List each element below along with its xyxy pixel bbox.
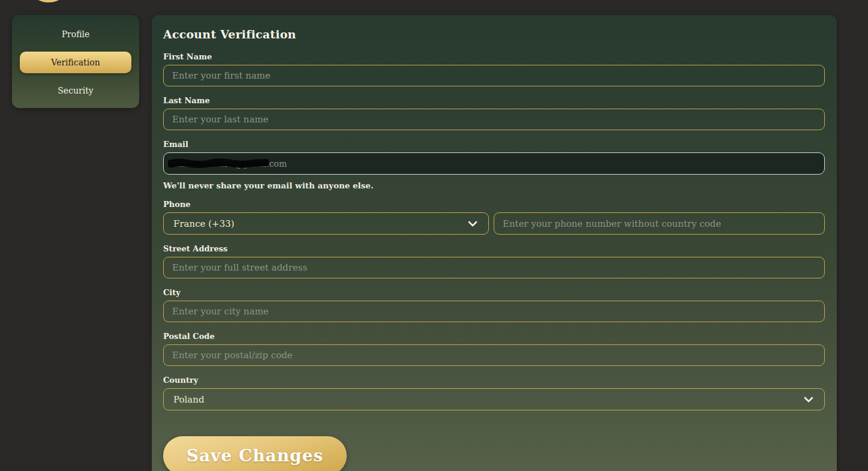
first-name-input[interactable] (163, 65, 825, 86)
email-input[interactable] (163, 152, 825, 175)
street-address-input[interactable] (163, 257, 825, 278)
chevron-down-icon (804, 397, 813, 403)
phone-number-input[interactable] (494, 212, 825, 235)
country-label: Country (163, 376, 825, 384)
sidebar-item-security[interactable]: Security (20, 80, 131, 101)
street-address-label: Street Address (163, 245, 825, 253)
account-verification-panel: Account Verification First Name Last Nam… (152, 15, 837, 471)
brand-logo-icon (31, 0, 66, 2)
city-input[interactable] (163, 301, 825, 322)
last-name-field-group: Last Name (163, 97, 825, 130)
phone-label: Phone (163, 200, 825, 208)
phone-country-code-select[interactable]: France (+33) (163, 212, 489, 235)
settings-sidebar: Profile Verification Security (12, 15, 139, 108)
postal-code-field-group: Postal Code (163, 332, 825, 366)
country-select[interactable]: Poland (163, 388, 825, 410)
country-field-group: Country Poland (163, 376, 825, 410)
phone-field-group: Phone France (+33) (163, 200, 825, 235)
city-label: City (163, 289, 825, 296)
phone-row: France (+33) (163, 212, 825, 235)
page-title: Account Verification (163, 29, 825, 40)
email-label: Email (163, 140, 825, 148)
chevron-down-icon (468, 221, 477, 227)
last-name-input[interactable] (163, 109, 825, 130)
postal-code-input[interactable] (163, 344, 825, 366)
street-field-group: Street Address (163, 245, 825, 278)
email-input-wrapper (163, 152, 825, 175)
email-help-text: We'll never share your email with anyone… (163, 181, 825, 190)
city-field-group: City (163, 289, 825, 322)
first-name-label: First Name (163, 53, 825, 61)
email-field-group: Email We'll never share your email with … (163, 140, 825, 190)
phone-country-code-value: France (+33) (173, 218, 235, 229)
last-name-label: Last Name (163, 97, 825, 104)
sidebar-item-profile[interactable]: Profile (20, 23, 131, 45)
country-select-value: Poland (173, 394, 205, 405)
phone-input-wrapper (494, 212, 825, 235)
sidebar-item-verification[interactable]: Verification (20, 52, 131, 73)
postal-code-label: Postal Code (163, 332, 825, 340)
first-name-field-group: First Name (163, 53, 825, 86)
save-changes-button[interactable]: Save Changes (163, 436, 347, 471)
